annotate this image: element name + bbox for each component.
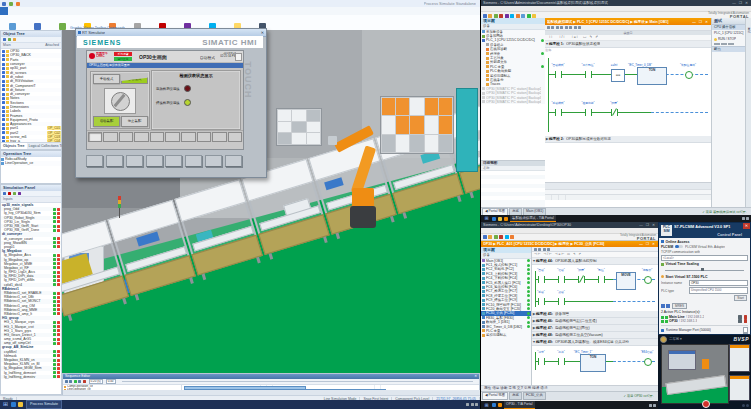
mres-button[interactable]: MRES <box>672 303 687 310</box>
ribbon-tab[interactable] <box>64 7 72 15</box>
network-area[interactable]: ▼程序段 1:OP30装配位状态检测 注释 "自动模式""工件到位"==Int=… <box>545 41 711 182</box>
ladder-element-cn[interactable] <box>611 109 618 116</box>
signal-red-indicator[interactable] <box>57 229 60 232</box>
collapse-icon[interactable] <box>13 38 16 41</box>
network-header[interactable]: ▼程序段 1:OP30装配位状态检测 <box>545 41 711 48</box>
window-controls[interactable]: — ❐ ✕ <box>732 0 749 6</box>
stream-controls[interactable] <box>740 404 749 407</box>
signal-red-indicator[interactable] <box>57 350 60 353</box>
avatar[interactable] <box>660 336 667 343</box>
signal-red-indicator[interactable] <box>57 354 60 357</box>
signal-green-indicator[interactable] <box>53 321 56 324</box>
visibility-checkbox[interactable] <box>2 58 5 61</box>
ladder-network-49[interactable]: "请求""允许""IEC_Timer_1"TON"E84启动" <box>532 346 658 374</box>
hmi-nav-button[interactable] <box>119 132 134 142</box>
ladder-network-1[interactable]: "自动模式""工件到位"==Int=="IEC_Timer_0_DB"TON"装… <box>545 52 711 136</box>
play-icon[interactable] <box>74 380 77 383</box>
signal-green-indicator[interactable] <box>53 254 56 257</box>
hmi-corner-button[interactable] <box>235 53 242 61</box>
add-signal-icon[interactable] <box>3 192 6 195</box>
detail-view-row[interactable] <box>481 200 545 204</box>
system-tray[interactable] <box>647 404 658 407</box>
open-editor-button[interactable]: FC30_公共 <box>523 392 546 400</box>
tia-icon[interactable] <box>504 217 508 221</box>
ladder-element-box[interactable]: MOVE <box>616 272 636 290</box>
power-icon[interactable] <box>738 319 742 323</box>
signal-red-indicator[interactable] <box>57 367 60 370</box>
instance-name-input[interactable]: OP30 <box>689 280 748 287</box>
signal-green-indicator[interactable] <box>53 338 56 341</box>
signal-green-indicator[interactable] <box>53 350 56 353</box>
step-forward-icon[interactable] <box>78 380 81 383</box>
stop-instance-icon[interactable] <box>666 304 670 308</box>
signal-green-indicator[interactable] <box>53 241 56 244</box>
hmi-screen[interactable]: 中国中车CRRC 系统报警 运行正常 OP30主画面 自动模式 2019/9/2… <box>86 50 244 150</box>
visibility-checkbox[interactable] <box>2 101 5 104</box>
signal-green-indicator[interactable] <box>53 208 56 211</box>
hmi-nav-button[interactable] <box>103 132 118 142</box>
ribbon-tab[interactable] <box>56 7 64 15</box>
step-back-icon[interactable] <box>69 380 72 383</box>
editor-window-controls[interactable]: — ❐ ✕ <box>692 20 709 24</box>
signal-green-indicator[interactable] <box>53 225 56 228</box>
menu-item[interactable] <box>513 6 517 11</box>
ladder-element-coil[interactable] <box>644 358 652 366</box>
network-header[interactable]: ▶程序段 2:OP30装配完成置位数据标志 <box>545 136 711 143</box>
visibility-checkbox[interactable] <box>2 93 5 96</box>
hmi-nav-button[interactable] <box>197 132 212 142</box>
system-tray[interactable] <box>740 217 751 220</box>
cpu-button[interactable] <box>721 43 727 45</box>
signal-green-indicator[interactable] <box>53 325 56 328</box>
visibility-checkbox[interactable] <box>2 75 5 78</box>
signal-red-indicator[interactable] <box>57 241 60 244</box>
hmi-function-key[interactable] <box>146 155 163 167</box>
tia-tree-row[interactable]: 监控与强制表 <box>481 333 531 337</box>
inspector-subtab[interactable] <box>560 190 565 195</box>
unregister-icon[interactable] <box>744 315 748 319</box>
hmi-nav-button[interactable] <box>134 132 149 142</box>
network-header[interactable]: ▶程序段 46:电磁阀检测气缸(二位五通) <box>532 318 658 325</box>
adapter-switch-row[interactable]: PLCSIMPLCSIM Virtual Eth. Adapter <box>661 245 748 249</box>
ribbon-tab[interactable] <box>48 7 56 15</box>
signal-green-indicator[interactable] <box>53 237 56 240</box>
tab-objects-tree[interactable]: Objects Tree <box>1 143 27 149</box>
start-button[interactable]: ⊞ <box>483 402 490 409</box>
tia1-titlebar[interactable]: Siemens - C:\Users\Administrator\Documen… <box>481 0 751 6</box>
visibility-checkbox[interactable] <box>2 84 5 87</box>
signal-green-indicator[interactable] <box>53 312 56 315</box>
signal-green-indicator[interactable] <box>53 363 56 366</box>
signal-green-indicator[interactable] <box>53 245 56 248</box>
hmi-function-key[interactable] <box>165 155 182 167</box>
visibility-checkbox[interactable] <box>2 67 5 70</box>
edge-icon[interactable] <box>492 403 496 407</box>
window-controls[interactable]: — ❐ ✕ <box>639 222 656 228</box>
signal-row[interactable]: lg_IndStrng_demstrv <box>1 375 61 379</box>
visibility-checkbox[interactable] <box>2 123 5 126</box>
hmi-nav-button[interactable] <box>212 132 227 142</box>
hmi-nav-button[interactable] <box>150 132 165 142</box>
stop-icon[interactable] <box>83 380 86 383</box>
network-header[interactable]: ▼程序段 44:OP30机器人装配流程控制 <box>532 258 658 265</box>
signal-red-indicator[interactable] <box>57 375 60 378</box>
group-icon[interactable] <box>18 192 21 195</box>
signal-green-indicator[interactable] <box>53 342 56 345</box>
signal-red-indicator[interactable] <box>57 254 60 257</box>
signal-red-indicator[interactable] <box>57 342 60 345</box>
ribbon-tab[interactable] <box>32 7 40 15</box>
watch-icon[interactable] <box>13 192 16 195</box>
hmi-function-key[interactable] <box>205 155 222 167</box>
cpu-button[interactable] <box>714 43 720 45</box>
tia2-toolbar[interactable]: Totally Integrated AutomationPORTAL <box>481 234 658 241</box>
ladder-element-cn[interactable] <box>578 276 585 283</box>
signal-red-indicator[interactable] <box>57 283 60 286</box>
signal-red-indicator[interactable] <box>57 325 60 328</box>
signal-green-indicator[interactable] <box>53 375 56 378</box>
edge-icon[interactable] <box>492 217 496 221</box>
signal-green-indicator[interactable] <box>53 212 56 215</box>
ribbon-tab[interactable] <box>72 7 80 15</box>
signal-red-indicator[interactable] <box>57 363 60 366</box>
open-editor-button[interactable]: Main (OB1) <box>523 208 546 215</box>
ladder-element-c[interactable] <box>558 298 565 305</box>
visibility-checkbox[interactable] <box>2 127 5 130</box>
signal-red-indicator[interactable] <box>57 237 60 240</box>
